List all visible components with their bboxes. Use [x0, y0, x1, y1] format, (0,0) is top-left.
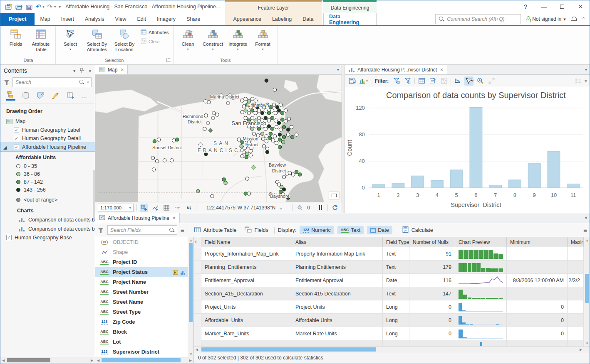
- housing-point[interactable]: [274, 111, 277, 115]
- new-project-icon[interactable]: [5, 3, 12, 10]
- bar-district-1[interactable]: [372, 184, 385, 188]
- housing-point[interactable]: [273, 88, 276, 91]
- tab-data-engineering[interactable]: Data Engineering: [323, 13, 377, 25]
- housing-point[interactable]: [240, 155, 244, 158]
- row-selector[interactable]: [194, 287, 201, 300]
- column-header-maxim[interactable]: Maxim: [568, 237, 584, 247]
- export-chart-icon[interactable]: [453, 76, 462, 86]
- housing-point[interactable]: [280, 118, 284, 121]
- field-list-menu-icon[interactable]: ≡: [181, 226, 184, 234]
- layer-checkbox[interactable]: ✓: [14, 136, 19, 141]
- housing-point[interactable]: [257, 127, 260, 130]
- format-button[interactable]: Format▾: [251, 27, 275, 57]
- chart-type-icon[interactable]: ▾: [359, 76, 368, 86]
- filter-by-extent-icon[interactable]: [403, 76, 412, 86]
- view-drawing-order-icon[interactable]: [6, 91, 15, 101]
- housing-point[interactable]: [279, 103, 282, 106]
- housing-point[interactable]: [269, 132, 272, 135]
- chart-table-icon[interactable]: [417, 76, 426, 86]
- housing-point[interactable]: [207, 101, 211, 104]
- table-horizontal-scrollbar[interactable]: ◀▶: [194, 346, 590, 352]
- command-search-input[interactable]: Command Search (Alt+Q): [435, 14, 521, 24]
- bar-district-6[interactable]: [470, 107, 482, 188]
- convert-field-icon[interactable]: [173, 270, 178, 275]
- housing-point[interactable]: [250, 127, 254, 130]
- map-scale-select[interactable]: 1:170,000▾: [98, 204, 134, 212]
- housing-point[interactable]: [199, 143, 202, 146]
- contents-search-input[interactable]: Search ▾: [12, 77, 92, 87]
- layer-item-base[interactable]: ✓ Human Geography Base: [0, 234, 95, 242]
- layer-checkbox[interactable]: ✓: [14, 145, 19, 150]
- clear-selection-button[interactable]: Clear: [141, 38, 169, 45]
- housing-point[interactable]: [280, 111, 284, 115]
- select-by-attributes-button[interactable]: Select By Attributes: [83, 27, 111, 57]
- housing-point[interactable]: [287, 117, 290, 121]
- housing-point[interactable]: [274, 119, 277, 122]
- housing-point[interactable]: [157, 138, 160, 141]
- row-selector[interactable]: [194, 314, 201, 327]
- housing-point[interactable]: [163, 159, 166, 162]
- tab-insert[interactable]: Insert: [56, 13, 79, 25]
- table-row[interactable]: Affordable_UnitsAffordable UnitsLong00: [194, 314, 584, 327]
- bar-district-8[interactable]: [508, 180, 521, 188]
- housing-point[interactable]: [155, 160, 159, 163]
- chart-properties-icon[interactable]: [347, 76, 357, 86]
- north-arrow-icon[interactable]: N: [185, 204, 193, 212]
- table-row[interactable]: Property_Information_Map_LinkProperty In…: [194, 247, 584, 261]
- field-item-project-id[interactable]: ABCProject ID: [95, 257, 188, 267]
- tab-labeling[interactable]: Labeling: [267, 13, 297, 25]
- housing-point[interactable]: [250, 97, 254, 101]
- tab-analysis[interactable]: Analysis: [79, 13, 110, 25]
- close-button[interactable]: ×: [571, 0, 590, 13]
- housing-point[interactable]: [245, 177, 249, 180]
- select-all-corner[interactable]: [194, 237, 201, 247]
- field-item-shape[interactable]: Shape: [95, 247, 188, 257]
- refresh-icon[interactable]: [331, 204, 339, 212]
- table-row[interactable]: Planning_EntitlementsPlanning Entitlemen…: [194, 261, 584, 274]
- row-selector[interactable]: [194, 247, 201, 260]
- chart-list-item[interactable]: Comparison of data counts by: [0, 224, 95, 234]
- housing-point[interactable]: [282, 125, 285, 129]
- housing-point[interactable]: [282, 188, 285, 191]
- close-panel-icon[interactable]: ×: [88, 68, 92, 74]
- housing-point[interactable]: [211, 116, 215, 120]
- map-layer-item[interactable]: Map: [0, 117, 95, 126]
- column-header-number-of-nulls[interactable]: Number of Nulls: [409, 237, 455, 247]
- housing-point[interactable]: [281, 140, 285, 144]
- housing-point[interactable]: [252, 132, 255, 135]
- housing-point[interactable]: [270, 109, 274, 112]
- table-row[interactable]: Market_Rate_UnitsMarket Rate UnitsLong00: [194, 327, 584, 340]
- housing-point[interactable]: [275, 141, 278, 145]
- housing-point[interactable]: [260, 132, 264, 135]
- housing-point[interactable]: [245, 152, 249, 155]
- pin-icon[interactable]: [79, 68, 84, 74]
- attributes-button[interactable]: Attributes: [141, 29, 169, 36]
- table-row[interactable]: Entitlement_ApprovalEntitlement Approval…: [194, 274, 584, 287]
- table-menu-icon[interactable]: ≡: [583, 226, 587, 234]
- housing-point[interactable]: [252, 166, 255, 169]
- filter-by-selection-icon[interactable]: [392, 76, 401, 86]
- field-list-vertical-scrollbar[interactable]: ▲ ▼: [188, 237, 193, 357]
- tab-data-engineering-view[interactable]: Affordable Housing Pipeline ×: [95, 213, 180, 223]
- field-item-block[interactable]: ABCBlock: [95, 327, 188, 337]
- field-item-lot[interactable]: ABCLot: [95, 337, 188, 347]
- housing-point[interactable]: [265, 140, 268, 143]
- selection-count-icon[interactable]: [296, 204, 304, 212]
- attribute-table-button[interactable]: Attribute Table: [29, 27, 53, 57]
- layer-item[interactable]: ✓Affordable Housing Pipeline: [0, 143, 95, 152]
- calculate-button[interactable]: Calculate: [399, 225, 436, 236]
- housing-point[interactable]: [242, 105, 245, 108]
- housing-point[interactable]: [254, 111, 257, 115]
- bar-district-9[interactable]: [528, 163, 540, 188]
- view-editing-icon[interactable]: [51, 91, 60, 101]
- snap-tool-icon[interactable]: [174, 204, 182, 212]
- help-button[interactable]: ?: [516, 0, 535, 13]
- housing-point[interactable]: [261, 137, 265, 140]
- contents-vertical-scrollbar[interactable]: [93, 170, 95, 220]
- select-by-location-button[interactable]: Select By Location: [112, 27, 137, 57]
- construct-button[interactable]: Construct▾: [201, 27, 225, 57]
- notifications-icon[interactable]: [571, 16, 577, 22]
- housing-point[interactable]: [175, 138, 178, 141]
- housing-point[interactable]: [206, 121, 210, 125]
- close-chart-tab-icon[interactable]: ×: [440, 67, 443, 73]
